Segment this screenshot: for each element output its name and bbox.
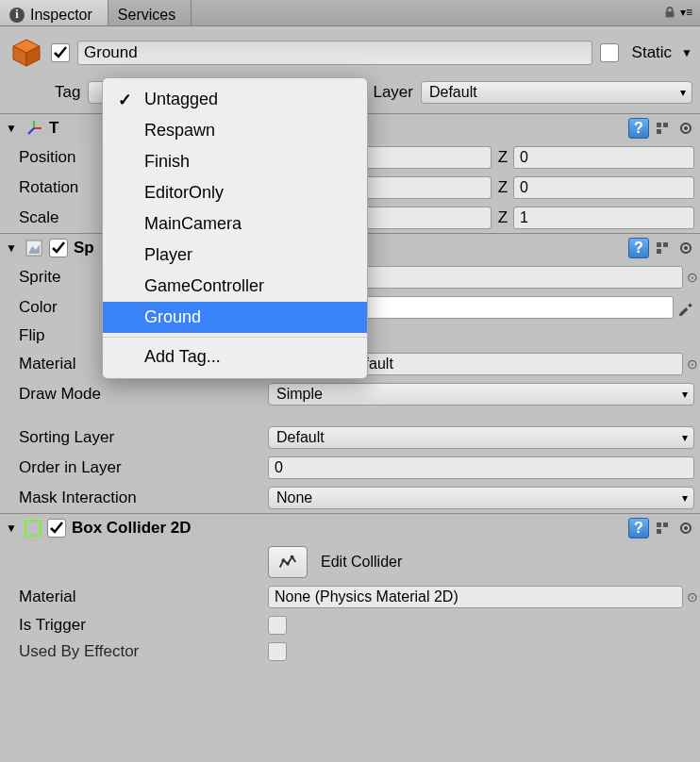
tab-inspector-label: Inspector [30, 7, 92, 24]
help-icon[interactable]: ? [628, 238, 649, 258]
popup-item-respawn[interactable]: Respawn [103, 115, 367, 146]
static-checkbox[interactable] [600, 43, 619, 62]
scale-z-input[interactable] [513, 207, 694, 229]
lock-icon[interactable] [663, 6, 676, 19]
help-icon[interactable]: ? [628, 518, 649, 538]
svg-rect-13 [657, 242, 661, 247]
box-collider-header[interactable]: ▼ Box Collider 2D ? [0, 514, 700, 542]
svg-line-5 [28, 128, 34, 134]
foldout-icon[interactable]: ▼ [6, 122, 19, 135]
position-z-input[interactable] [513, 146, 694, 169]
popup-add-tag[interactable]: Add Tag... [103, 341, 367, 373]
gameobject-header: Static ▼ [0, 26, 700, 79]
edit-collider-button[interactable] [268, 546, 308, 578]
gameobject-active-checkbox[interactable] [51, 43, 70, 62]
layer-dropdown[interactable]: Default [421, 81, 692, 104]
foldout-icon[interactable]: ▼ [6, 522, 19, 535]
popup-item-editoronly[interactable]: EditorOnly [103, 177, 367, 208]
layer-label: Layer [373, 83, 413, 102]
svg-rect-6 [657, 123, 661, 127]
object-picker-icon[interactable]: ⊙ [687, 356, 694, 372]
is-trigger-label: Is Trigger [19, 616, 264, 635]
draw-mode-label: Draw Mode [19, 385, 264, 404]
used-by-effector-row: Used By Effector [0, 638, 700, 665]
svg-point-23 [282, 558, 286, 562]
z-label: Z [495, 148, 509, 167]
z-label: Z [495, 208, 509, 227]
order-in-layer-input[interactable] [268, 456, 694, 479]
order-in-layer-label: Order in Layer [19, 458, 264, 477]
draw-mode-value: Simple [276, 386, 323, 403]
popup-item-finish[interactable]: Finish [103, 146, 367, 177]
sorting-layer-value: Default [276, 429, 325, 446]
transform-icon [25, 119, 43, 138]
preset-icon[interactable] [655, 240, 672, 257]
box-collider-enabled-checkbox[interactable] [47, 519, 66, 538]
sorting-layer-label: Sorting Layer [19, 428, 264, 447]
gameobject-name-input[interactable] [77, 41, 592, 65]
svg-rect-8 [657, 129, 661, 134]
preset-icon[interactable] [655, 120, 672, 137]
popup-item-maincamera[interactable]: MainCamera [103, 208, 367, 240]
tab-bar: i Inspector Services ▾≡ [0, 0, 700, 26]
cube-icon[interactable] [9, 36, 43, 70]
sprite-icon [25, 239, 43, 257]
sprite-renderer-enabled-checkbox[interactable] [49, 239, 68, 257]
collider-material-row: Material None (Physics Material 2D) ⊙ [0, 582, 700, 612]
svg-rect-14 [663, 242, 668, 247]
info-icon: i [9, 8, 25, 23]
svg-rect-18 [657, 522, 661, 527]
panel-menu-icon[interactable]: ▾≡ [680, 6, 692, 19]
svg-point-10 [684, 126, 688, 130]
popup-item-untagged[interactable]: Untagged [103, 84, 367, 115]
tag-popup: UntaggedRespawnFinishEditorOnlyMainCamer… [102, 77, 368, 379]
help-icon[interactable]: ? [628, 118, 649, 139]
popup-item-player[interactable]: Player [103, 240, 367, 271]
collider-material-field[interactable]: None (Physics Material 2D) [268, 586, 683, 608]
svg-point-25 [291, 555, 294, 559]
layer-value: Default [429, 84, 477, 101]
sorting-layer-dropdown[interactable]: Default [268, 426, 694, 449]
svg-point-17 [684, 246, 688, 250]
sorting-layer-row: Sorting Layer Default [0, 422, 700, 453]
svg-rect-19 [663, 522, 668, 527]
is-trigger-row: Is Trigger [0, 612, 700, 638]
edit-collider-row: Edit Collider [0, 542, 700, 582]
mask-interaction-row: Mask Interaction None [0, 483, 700, 513]
used-by-effector-checkbox[interactable] [268, 642, 287, 661]
popup-item-ground[interactable]: Ground [103, 302, 367, 333]
preset-icon[interactable] [655, 520, 672, 537]
svg-point-22 [684, 526, 688, 530]
draw-mode-dropdown[interactable]: Simple [268, 383, 694, 406]
order-in-layer-row: Order in Layer [0, 453, 700, 483]
box-collider-icon [25, 520, 42, 537]
svg-rect-7 [663, 123, 668, 127]
mask-interaction-value: None [276, 489, 312, 506]
tab-inspector[interactable]: i Inspector [0, 0, 108, 25]
svg-rect-15 [657, 249, 661, 254]
panel-lock-area: ▾≡ [663, 6, 692, 19]
popup-separator [103, 337, 367, 338]
object-picker-icon[interactable]: ⊙ [687, 270, 694, 285]
tab-services-label: Services [118, 7, 175, 24]
used-by-effector-label: Used By Effector [19, 642, 264, 661]
static-dropdown-arrow[interactable]: ▼ [681, 46, 692, 59]
gear-icon[interactable] [677, 240, 694, 257]
tab-services[interactable]: Services [108, 0, 192, 25]
is-trigger-checkbox[interactable] [268, 616, 287, 635]
static-label: Static [626, 43, 675, 62]
mask-interaction-label: Mask Interaction [19, 489, 264, 507]
foldout-icon[interactable]: ▼ [6, 241, 19, 255]
tag-label: Tag [55, 83, 80, 102]
svg-rect-20 [657, 529, 661, 534]
rotation-z-input[interactable] [513, 176, 694, 199]
gear-icon[interactable] [677, 120, 694, 137]
edit-collider-label: Edit Collider [321, 554, 402, 571]
popup-item-gamecontroller[interactable]: GameController [103, 271, 367, 302]
mask-interaction-dropdown[interactable]: None [268, 487, 694, 509]
eyedropper-icon[interactable] [677, 299, 694, 316]
svg-point-24 [286, 562, 290, 566]
object-picker-icon[interactable]: ⊙ [687, 589, 694, 605]
gear-icon[interactable] [677, 520, 694, 537]
box-collider-component: ▼ Box Collider 2D ? Edit Collider Materi… [0, 513, 700, 665]
